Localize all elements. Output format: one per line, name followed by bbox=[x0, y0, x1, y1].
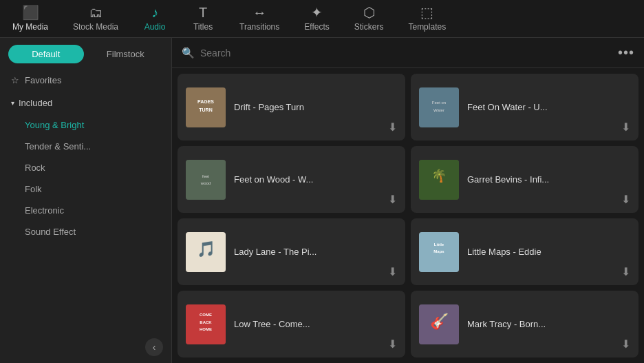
music-info: Lady Lane - The Pi... bbox=[234, 247, 397, 257]
templates-icon: ⬚ bbox=[420, 6, 433, 19]
titles-icon: T bbox=[199, 6, 207, 19]
sidebar-item-rock[interactable]: Rock bbox=[0, 157, 171, 178]
stickers-icon: ⬡ bbox=[363, 6, 375, 19]
album-art: feetwood bbox=[186, 160, 226, 200]
music-title: Mark Tracy - Born... bbox=[467, 319, 630, 329]
svg-text:Maps: Maps bbox=[433, 249, 444, 253]
search-icon: 🔍 bbox=[182, 47, 195, 59]
sidebar-item-young-bright[interactable]: Young & Bright bbox=[0, 114, 171, 136]
sidebar-item-sound-effect[interactable]: Sound Effect bbox=[0, 221, 171, 242]
search-input[interactable] bbox=[200, 48, 612, 59]
nav-templates[interactable]: ⬚ Templates bbox=[396, 0, 458, 37]
music-title: Garret Bevins - Infi... bbox=[467, 174, 630, 185]
content-area: 🔍 ••• PAGESTURN Drift - Pages Turn ⬇ Fee… bbox=[172, 38, 644, 363]
music-card[interactable]: COMEBACKHOME Low Tree - Come... ⬇ bbox=[178, 291, 405, 357]
sidebar-item-favorites[interactable]: ☆ Favorites bbox=[0, 69, 171, 92]
sidebar-tab-row: Default Filmstock bbox=[0, 38, 171, 69]
music-title: Drift - Pages Turn bbox=[234, 102, 397, 112]
music-card[interactable]: Feet onWater Feet On Water - U... ⬇ bbox=[411, 74, 638, 141]
album-art: 🎵 bbox=[186, 232, 226, 272]
effects-icon: ✦ bbox=[311, 6, 323, 19]
included-label: Included bbox=[19, 98, 52, 108]
nav-audio-label: Audio bbox=[144, 22, 166, 32]
nav-my-media[interactable]: ⬛ My Media bbox=[0, 0, 61, 37]
music-info: Low Tree - Come... bbox=[234, 319, 397, 329]
nav-my-media-label: My Media bbox=[12, 22, 48, 32]
album-art: COMEBACKHOME bbox=[186, 304, 226, 344]
nav-transitions[interactable]: ↔ Transitions bbox=[227, 0, 292, 37]
download-icon[interactable]: ⬇ bbox=[388, 193, 397, 206]
nav-templates-label: Templates bbox=[408, 22, 446, 32]
music-info: Mark Tracy - Born... bbox=[467, 319, 630, 329]
nav-titles-label: Titles bbox=[193, 22, 213, 32]
nav-transitions-label: Transitions bbox=[239, 22, 279, 32]
music-card[interactable]: 🎵 Lady Lane - The Pi... ⬇ bbox=[178, 218, 405, 285]
sidebar-item-folk[interactable]: Folk bbox=[0, 178, 171, 200]
music-title: Lady Lane - The Pi... bbox=[234, 247, 397, 257]
music-info: Little Maps - Eddie bbox=[467, 247, 630, 257]
svg-text:🎸: 🎸 bbox=[430, 311, 449, 330]
music-card[interactable]: LittleMaps Little Maps - Eddie ⬇ bbox=[411, 218, 638, 285]
download-icon[interactable]: ⬇ bbox=[388, 338, 397, 351]
album-art: Feet onWater bbox=[419, 87, 459, 127]
svg-rect-6 bbox=[186, 160, 226, 200]
nav-titles[interactable]: T Titles bbox=[179, 0, 227, 37]
star-icon: ☆ bbox=[11, 75, 19, 85]
album-art: PAGESTURN bbox=[186, 87, 226, 127]
svg-text:Feet on: Feet on bbox=[432, 101, 446, 105]
nav-effects-label: Effects bbox=[304, 22, 329, 32]
music-title: Feet On Water - U... bbox=[467, 102, 630, 112]
sidebar-item-electronic[interactable]: Electronic bbox=[0, 200, 171, 221]
nav-effects[interactable]: ✦ Effects bbox=[292, 0, 341, 37]
album-art: 🎸 bbox=[419, 304, 459, 344]
svg-text:TURN: TURN bbox=[199, 107, 212, 112]
music-card[interactable]: PAGESTURN Drift - Pages Turn ⬇ bbox=[178, 74, 405, 141]
sidebar: Default Filmstock ☆ Favorites ▾ Included… bbox=[0, 38, 172, 363]
music-info: Garret Bevins - Infi... bbox=[467, 174, 630, 185]
music-info: Feet On Water - U... bbox=[467, 102, 630, 112]
sidebar-item-tender-senti[interactable]: Tender & Senti... bbox=[0, 136, 171, 157]
nav-stickers-label: Stickers bbox=[354, 22, 384, 32]
more-options-button[interactable]: ••• bbox=[618, 45, 634, 61]
download-icon[interactable]: ⬇ bbox=[388, 265, 397, 278]
svg-text:🎵: 🎵 bbox=[197, 239, 216, 258]
main-area: Default Filmstock ☆ Favorites ▾ Included… bbox=[0, 38, 644, 363]
download-icon[interactable]: ⬇ bbox=[621, 121, 630, 134]
nav-stock-media[interactable]: 🗂 Stock Media bbox=[61, 0, 131, 37]
stock-media-icon: 🗂 bbox=[89, 6, 103, 19]
music-card[interactable]: 🌴 Garret Bevins - Infi... ⬇ bbox=[411, 146, 638, 213]
svg-text:🌴: 🌴 bbox=[431, 168, 447, 183]
svg-text:feet: feet bbox=[202, 174, 209, 178]
svg-text:COME: COME bbox=[200, 313, 212, 317]
sidebar-footer: ‹ bbox=[0, 331, 171, 363]
sidebar-section-included[interactable]: ▾ Included bbox=[0, 92, 171, 114]
favorites-label: Favorites bbox=[25, 75, 61, 85]
svg-text:HOME: HOME bbox=[200, 327, 212, 331]
svg-text:wood: wood bbox=[200, 180, 211, 185]
download-icon[interactable]: ⬇ bbox=[621, 338, 630, 351]
music-title: Feet on Wood - W... bbox=[234, 174, 397, 185]
collapse-sidebar-button[interactable]: ‹ bbox=[145, 338, 163, 356]
music-card[interactable]: 🎸 Mark Tracy - Born... ⬇ bbox=[411, 291, 638, 357]
transitions-icon: ↔ bbox=[253, 6, 266, 19]
svg-rect-16 bbox=[186, 304, 226, 344]
nav-audio[interactable]: ♪ Audio bbox=[131, 0, 179, 37]
download-icon[interactable]: ⬇ bbox=[388, 121, 397, 134]
album-art: 🌴 bbox=[419, 160, 459, 200]
music-grid: PAGESTURN Drift - Pages Turn ⬇ Feet onWa… bbox=[172, 68, 644, 363]
tab-default[interactable]: Default bbox=[8, 45, 84, 63]
music-card[interactable]: feetwood Feet on Wood - W... ⬇ bbox=[178, 146, 405, 213]
svg-text:Water: Water bbox=[433, 107, 444, 112]
nav-stickers[interactable]: ⬡ Stickers bbox=[342, 0, 396, 37]
download-icon[interactable]: ⬇ bbox=[621, 265, 630, 278]
download-icon[interactable]: ⬇ bbox=[621, 193, 630, 206]
svg-text:PAGES: PAGES bbox=[197, 99, 214, 104]
tab-filmstock[interactable]: Filmstock bbox=[88, 45, 164, 63]
collapse-icon: ▾ bbox=[11, 99, 14, 107]
svg-text:Little: Little bbox=[434, 242, 444, 247]
nav-stock-media-label: Stock Media bbox=[73, 22, 118, 32]
audio-icon: ♪ bbox=[151, 6, 158, 19]
top-nav: ⬛ My Media 🗂 Stock Media ♪ Audio T Title… bbox=[0, 0, 644, 38]
search-bar: 🔍 ••• bbox=[172, 38, 644, 68]
music-title: Low Tree - Come... bbox=[234, 319, 397, 329]
